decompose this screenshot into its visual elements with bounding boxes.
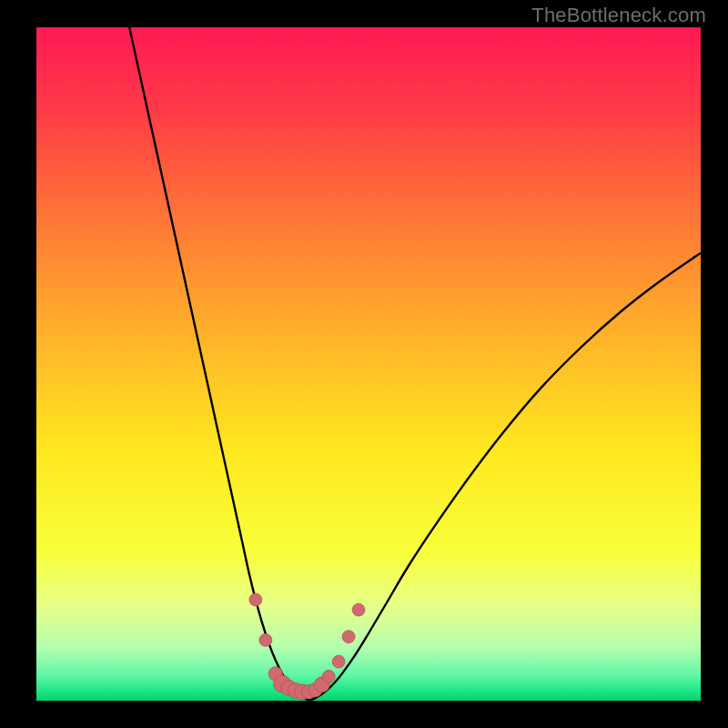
chart-plot-area <box>36 27 701 701</box>
curve-marker <box>322 670 335 682</box>
curve-marker <box>249 593 262 606</box>
chart-curves <box>36 27 701 701</box>
curve-markers <box>249 593 365 700</box>
curve-marker <box>342 631 355 643</box>
curve-marker <box>259 633 272 646</box>
left-curve <box>129 27 308 700</box>
right-curve <box>308 253 701 700</box>
watermark-label: TheBottleneck.com <box>531 4 706 27</box>
curve-marker <box>352 603 365 616</box>
app-frame: TheBottleneck.com <box>0 0 728 728</box>
curve-marker <box>332 655 345 668</box>
